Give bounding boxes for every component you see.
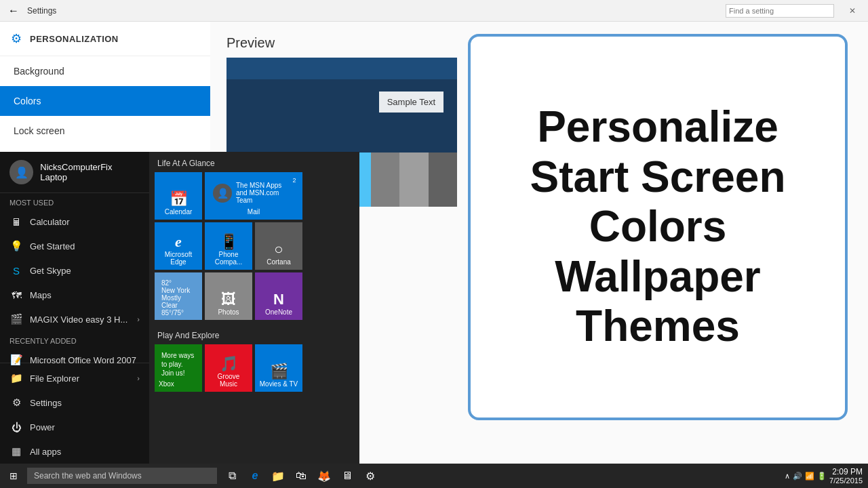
movies-tile-icon: 🎬: [270, 363, 288, 380]
play-explore-title: Play and explore: [155, 324, 354, 344]
start-bottom-items: 📁 File Explorer › ⚙ Settings ⏻ Power ▦ A…: [0, 360, 149, 464]
settings-icon: ⚙: [9, 396, 23, 409]
start-right-panel: Life at a Glance 📅 Calendar 👤 The MSN Ap…: [149, 152, 359, 464]
firefox-taskbar-button[interactable]: 🦊: [313, 464, 335, 488]
onenote-tile-icon: N: [273, 291, 284, 308]
start-item-label: All apps: [30, 447, 61, 457]
color-swatch-6[interactable]: [371, 152, 400, 207]
start-item-settings[interactable]: ⚙ Settings: [0, 390, 149, 415]
taskbar-right: ∧ 🔊 📶 🔋 2:09 PM 7/25/2015: [785, 467, 868, 485]
start-item-calculator[interactable]: 🖩 Calculator: [0, 209, 149, 234]
xbox-promo: More ways to play. Join us!: [159, 348, 198, 380]
store-taskbar-button[interactable]: 🛍: [290, 464, 312, 488]
tile-onenote[interactable]: N OneNote: [255, 272, 302, 320]
tile-movies[interactable]: 🎬 Movies & TV: [255, 344, 302, 392]
start-user: 👤 NicksComputerFix Laptop: [0, 152, 149, 193]
explorer-taskbar-button[interactable]: 📁: [267, 464, 289, 488]
tile-label: Microsoft Edge: [159, 251, 198, 266]
color-swatch-7[interactable]: [399, 152, 429, 207]
tile-label: Groove Music: [209, 373, 248, 388]
start-item-label: Get Started: [30, 241, 75, 251]
taskbar-search-input[interactable]: [27, 468, 217, 484]
taskbar: ⊞ ⧉ e 📁 🛍 🦊 🖥 ⚙ ∧ 🔊 📶 🔋 2:09 PM 7/25/201…: [0, 464, 868, 488]
start-item-file-explorer[interactable]: 📁 File Explorer ›: [0, 366, 149, 390]
settings-header: ⚙ PERSONALIZATION: [0, 22, 210, 56]
tile-label: Mail: [248, 208, 260, 216]
preview-sample-text: Sample Text: [379, 92, 443, 113]
close-button[interactable]: ✕: [837, 0, 868, 22]
tile-phone[interactable]: 📱 Phone Compa...: [205, 222, 252, 270]
tiles-row-3: 82°New YorkMostly Clear85°/75° Weather 🖼…: [155, 272, 354, 320]
taskbar-icons: ⧉ e 📁 🛍 🦊 🖥 ⚙: [217, 464, 385, 488]
weather-info: 82°New YorkMostly Clear85°/75°: [159, 277, 198, 319]
start-item-label: File Explorer: [30, 373, 79, 384]
annotation-box: PersonalizeStart ScreenColorsWallpaperTh…: [468, 34, 848, 420]
tiles-row-4: More ways to play. Join us! Xbox 🎵 Groov…: [155, 344, 354, 392]
system-tray-expand[interactable]: ∧: [785, 472, 790, 481]
tile-xbox[interactable]: More ways to play. Join us! Xbox: [155, 344, 202, 392]
start-item-all-apps[interactable]: ▦ All apps: [0, 439, 149, 464]
battery-icon: 🔋: [817, 472, 827, 481]
window-title: Settings: [27, 6, 56, 16]
titlebar-search-box[interactable]: [726, 4, 834, 18]
preview-topbar: [226, 58, 457, 79]
start-left-panel: 👤 NicksComputerFix Laptop Most used 🖩 Ca…: [0, 152, 149, 464]
start-item-skype[interactable]: S Get Skype: [0, 258, 149, 283]
get-started-icon: 💡: [9, 239, 23, 253]
gear-icon: ⚙: [11, 31, 22, 46]
tile-groove[interactable]: 🎵 Groove Music: [205, 344, 252, 392]
tile-photos[interactable]: 🖼 Photos: [205, 272, 252, 320]
start-menu: 👤 NicksComputerFix Laptop Most used 🖩 Ca…: [0, 152, 359, 464]
calendar-tile-icon: 📅: [170, 190, 188, 208]
display-taskbar-button[interactable]: 🖥: [336, 464, 358, 488]
start-item-maps[interactable]: 🗺 Maps: [0, 283, 149, 307]
task-view-button[interactable]: ⧉: [221, 464, 243, 488]
tile-weather[interactable]: 82°New YorkMostly Clear85°/75° Weather: [155, 272, 202, 320]
start-item-label: Calculator: [30, 217, 70, 227]
tile-mail[interactable]: 👤 The MSN Apps and MSN.com Team Mail 2: [205, 172, 302, 220]
annotation-text: PersonalizeStart ScreenColorsWallpaperTh…: [530, 102, 785, 352]
magix-icon: 🎬: [9, 312, 23, 326]
nav-colors[interactable]: Colors: [0, 86, 210, 116]
tiles-row-2: e Microsoft Edge 📱 Phone Compa... ○ Cort…: [155, 222, 354, 270]
tile-calendar[interactable]: 📅 Calendar: [155, 172, 202, 220]
windows-icon: ⊞: [9, 470, 18, 481]
start-item-label: MAGIX Video easy 3 H...: [30, 314, 127, 325]
volume-icon: 🔊: [793, 472, 802, 481]
tile-label: Movies & TV: [260, 380, 298, 388]
maps-icon: 🗺: [9, 288, 23, 302]
nav-background[interactable]: Background: [0, 56, 210, 86]
color-swatch-8[interactable]: [429, 152, 458, 207]
tile-label: Photos: [218, 308, 239, 316]
start-item-label: Get Skype: [30, 266, 71, 276]
tile-label: Phone Compa...: [209, 251, 248, 266]
nav-lockscreen[interactable]: Lock screen: [0, 116, 210, 146]
tile-label: Xbox: [159, 380, 174, 388]
most-used-label: Most used: [0, 193, 149, 209]
tile-edge[interactable]: e Microsoft Edge: [155, 222, 202, 270]
tiles-row-1: 📅 Calendar 👤 The MSN Apps and MSN.com Te…: [155, 172, 354, 220]
start-item-label: Settings: [30, 398, 62, 408]
mail-preview: The MSN Apps and MSN.com Team: [236, 182, 294, 204]
power-icon: ⏻: [9, 420, 23, 434]
calculator-icon: 🖩: [9, 215, 23, 228]
titlebar: ← Settings ─ □ ✕: [0, 0, 868, 22]
tile-cortana[interactable]: ○ Cortana: [255, 222, 302, 270]
groove-tile-icon: 🎵: [220, 355, 238, 373]
recently-added-label: Recently added: [0, 331, 149, 348]
network-icon: 📶: [805, 472, 814, 481]
edge-taskbar-button[interactable]: e: [244, 464, 266, 488]
arrow-icon: ›: [137, 315, 140, 323]
arrow-icon: ›: [137, 374, 140, 382]
skype-icon: S: [9, 264, 23, 277]
start-item-magix[interactable]: 🎬 MAGIX Video easy 3 H... ›: [0, 307, 149, 331]
avatar: 👤: [9, 160, 33, 184]
start-item-power[interactable]: ⏻ Power: [0, 415, 149, 439]
start-button[interactable]: ⊞: [0, 464, 27, 488]
back-button[interactable]: ←: [5, 3, 22, 19]
search-input[interactable]: [729, 7, 831, 15]
phone-tile-icon: 📱: [220, 233, 238, 251]
settings-taskbar-button[interactable]: ⚙: [359, 464, 381, 488]
tile-label: Weather: [159, 319, 184, 320]
start-item-get-started[interactable]: 💡 Get Started: [0, 234, 149, 258]
